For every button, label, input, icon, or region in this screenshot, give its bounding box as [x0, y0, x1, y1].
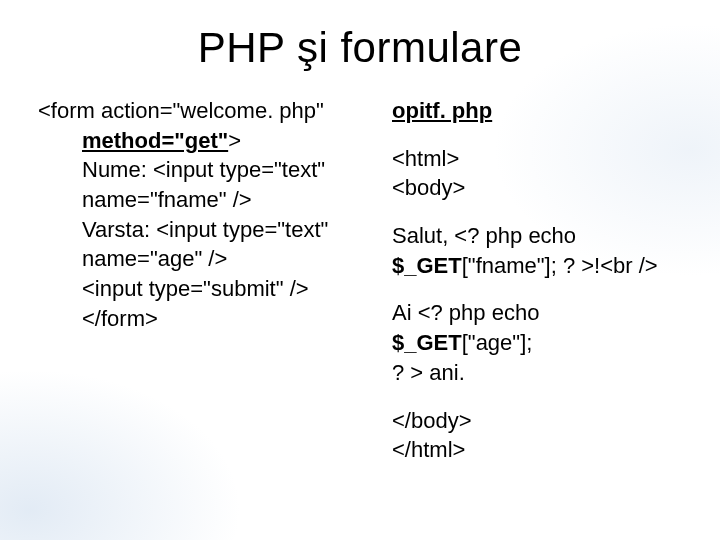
- form-line-8: </form>: [38, 304, 368, 334]
- slide: PHP şi formulare <form action="welcome. …: [0, 0, 720, 540]
- form-line-4: name="fname" />: [38, 185, 368, 215]
- html-open: <html>: [392, 144, 682, 174]
- get-fname-var: $_GET: [392, 253, 462, 278]
- html-close: </html>: [392, 435, 682, 465]
- age-line-2: ? > ani.: [392, 358, 682, 388]
- form-line-5: Varsta: <input type="text": [38, 215, 368, 245]
- age-line-1: Ai <? php echo $_GET["age"];: [392, 298, 682, 357]
- age-line-1-tail: ["age"];: [462, 330, 533, 355]
- age-line-1-lead: Ai <? php echo: [392, 300, 539, 325]
- form-line-7: <input type="submit" />: [38, 274, 368, 304]
- greeting-line-2-tail: ["fname"]; ? >!<br />: [462, 253, 658, 278]
- greeting-line-2: $_GET["fname"]; ? >!<br />: [392, 251, 682, 281]
- greeting-line-1: Salut, <? php echo: [392, 221, 682, 251]
- form-line-2-tail: >: [228, 128, 241, 153]
- form-line-3: Nume: <input type="text": [38, 155, 368, 185]
- right-heading-wrap: opitf. php: [392, 96, 682, 126]
- left-column-code: <form action="welcome. php" method="get"…: [38, 96, 368, 483]
- get-age-var: $_GET: [392, 330, 462, 355]
- form-line-6: name="age" />: [38, 244, 368, 274]
- body-close: </body>: [392, 406, 682, 436]
- age-block: Ai <? php echo $_GET["age"]; ? > ani.: [392, 298, 682, 387]
- greeting-block: Salut, <? php echo $_GET["fname"]; ? >!<…: [392, 221, 682, 280]
- html-open-block: <html> <body>: [392, 144, 682, 203]
- method-get-emphasis: method="get": [82, 128, 228, 153]
- form-line-2: method="get">: [38, 126, 368, 156]
- right-column-code: opitf. php <html> <body> Salut, <? php e…: [392, 96, 682, 483]
- form-line-1: <form action="welcome. php": [38, 96, 368, 126]
- two-column-layout: <form action="welcome. php" method="get"…: [38, 96, 682, 483]
- page-title: PHP şi formulare: [38, 24, 682, 72]
- body-open: <body>: [392, 173, 682, 203]
- output-filename: opitf. php: [392, 98, 492, 123]
- html-close-block: </body> </html>: [392, 406, 682, 465]
